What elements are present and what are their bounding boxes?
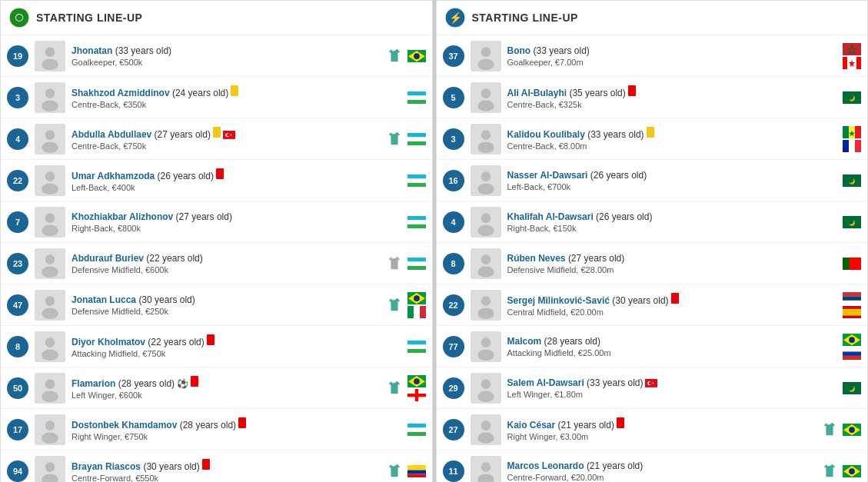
flag-sa: 🌙 — [843, 175, 861, 187]
flag-br — [407, 50, 426, 62]
player-name[interactable]: Flamarion (28 years old)⚽ — [72, 376, 381, 389]
player-name-link[interactable]: Bono — [507, 45, 531, 56]
player-position: Right Winger, €3.00m — [507, 432, 817, 441]
player-avatar — [35, 456, 65, 483]
shirt-gray-icon — [386, 255, 403, 272]
svg-rect-67 — [407, 474, 426, 477]
player-row: 94 Brayan Riascos (30 years old)Centre-F… — [1, 450, 432, 482]
flag-es — [843, 306, 861, 318]
player-name[interactable]: Salem Al-Dawsari (33 years old) — [507, 377, 834, 388]
svg-point-71 — [477, 58, 494, 69]
player-name-link[interactable]: Abdurauf Buriev — [72, 253, 144, 264]
player-name[interactable]: Abdurauf Buriev (22 years old) — [72, 253, 381, 264]
flag-ru — [843, 347, 861, 360]
player-name[interactable]: Khalifah Al-Dawsari (26 years old) — [507, 211, 834, 222]
player-name-link[interactable]: Kaio César — [507, 420, 556, 430]
player-name-link[interactable]: Brayan Riascos — [72, 461, 141, 472]
flag-uz — [407, 424, 426, 436]
svg-point-135 — [849, 468, 855, 474]
svg-point-91 — [481, 171, 491, 181]
shirt-icon — [386, 131, 403, 148]
player-row: 47 Jonatan Lucca (30 years old)Defensive… — [1, 284, 432, 326]
player-position: Left-Back, €700k — [507, 182, 834, 191]
player-info: Umar Adkhamzoda (26 years old)Left-Back,… — [72, 168, 398, 192]
player-name-link[interactable]: Salem Al-Dawsari — [507, 377, 584, 388]
player-name[interactable]: Ali Al-Bulayhi (35 years old) — [507, 85, 834, 98]
player-info: Flamarion (28 years old)⚽Left Winger, €6… — [72, 376, 381, 400]
svg-point-58 — [45, 421, 55, 430]
player-name[interactable]: Rúben Neves (27 years old) — [507, 253, 834, 264]
player-name-link[interactable]: Jonatan Lucca — [72, 294, 136, 305]
player-name-link[interactable]: Marcos Leonardo — [507, 460, 584, 471]
player-position: Defensive Midfield, €28.00m — [507, 265, 834, 274]
player-name[interactable]: Brayan Riascos (30 years old) — [72, 459, 381, 472]
player-name-link[interactable]: Rúben Neves — [507, 253, 566, 264]
player-name-link[interactable]: Kalidou Koulibaly — [507, 129, 585, 140]
shirt-icon — [386, 297, 403, 314]
player-name[interactable]: Kaio César (21 years old) — [507, 417, 817, 430]
flag-ge — [407, 389, 426, 401]
flag-co — [407, 465, 426, 477]
player-name[interactable]: Umar Adkhamzoda (26 years old) — [72, 168, 398, 181]
svg-rect-62 — [407, 431, 426, 435]
player-name-link[interactable]: Nasser Al-Dawsari — [507, 170, 588, 181]
player-avatar — [471, 373, 501, 404]
svg-rect-116 — [843, 351, 861, 355]
player-name[interactable]: Jhonatan (33 years old) — [72, 45, 381, 56]
svg-rect-42 — [407, 306, 414, 318]
player-position: Defensive Midfield, €600k — [72, 265, 381, 274]
svg-point-59 — [42, 432, 58, 443]
player-number: 94 — [7, 460, 28, 482]
player-name[interactable]: Jonatan Lucca (30 years old) — [72, 294, 381, 305]
player-avatar — [35, 82, 65, 113]
yellow-card — [647, 127, 654, 138]
player-name[interactable]: Sergej Milinković-Savić (30 years old) — [507, 293, 834, 306]
player-name-link[interactable]: Abdulla Abdullaev — [72, 129, 151, 140]
red-card — [238, 417, 246, 428]
player-flags — [407, 50, 426, 62]
player-name-link[interactable]: Umar Adkhamzoda — [72, 171, 155, 181]
player-name[interactable]: Kalidou Koulibaly (33 years old) — [507, 127, 834, 140]
player-name-link[interactable]: Flamarion — [72, 378, 115, 389]
player-name-link[interactable]: Shakhzod Azmiddinov — [72, 88, 170, 98]
player-name[interactable]: Khozhiakbar Alizhonov (27 years old) — [72, 211, 398, 222]
player-name-link[interactable]: Diyor Kholmatov — [72, 337, 145, 347]
player-name[interactable]: Diyor Kholmatov (22 years old) — [72, 334, 398, 347]
svg-point-104 — [477, 307, 494, 318]
player-name[interactable]: Bono (33 years old) — [507, 45, 834, 56]
player-name-link[interactable]: Sergej Milinković-Savić — [507, 295, 610, 306]
svg-point-38 — [42, 307, 58, 318]
player-name-link[interactable]: Malcom — [507, 336, 542, 347]
player-number: 11 — [443, 460, 464, 482]
player-avatar — [35, 373, 65, 404]
player-number: 3 — [7, 87, 28, 108]
player-number: 29 — [443, 377, 464, 399]
player-position: Goalkeeper, €7.00m — [507, 58, 834, 67]
extra-flag — [223, 131, 235, 139]
player-flags — [407, 133, 426, 145]
svg-rect-86 — [855, 126, 861, 138]
player-row: 4 Abdulla Abdullaev (27 years old)Centre… — [1, 118, 432, 160]
player-name-link[interactable]: Dostonbek Khamdamov — [72, 420, 177, 430]
svg-point-51 — [42, 391, 58, 401]
player-row: 29 Salem Al-Dawsari (33 years old)Left W… — [437, 367, 868, 409]
svg-point-132 — [477, 474, 494, 482]
svg-point-83 — [477, 141, 494, 152]
flag-uz — [407, 258, 426, 270]
player-name[interactable]: Malcom (28 years old) — [507, 336, 834, 347]
player-name-link[interactable]: Khalifah Al-Dawsari — [507, 211, 594, 222]
player-avatar — [471, 414, 501, 445]
player-info: Khalifah Al-Dawsari (26 years old)Right-… — [507, 211, 834, 233]
flag-ma — [843, 43, 861, 55]
player-name[interactable]: Nasser Al-Dawsari (26 years old) — [507, 170, 834, 181]
player-name-link[interactable]: Khozhiakbar Alizhonov — [72, 211, 173, 222]
player-name[interactable]: Abdulla Abdullaev (27 years old) — [72, 127, 381, 140]
player-info: Kaio César (21 years old)Right Winger, €… — [507, 417, 817, 441]
player-name[interactable]: Shakhzod Azmiddinov (24 years old) — [72, 85, 398, 98]
flag-br — [407, 292, 426, 304]
player-name-link[interactable]: Jhonatan — [72, 45, 112, 56]
player-name[interactable]: Dostonbek Khamdamov (28 years old) — [72, 417, 398, 430]
svg-point-114 — [849, 337, 855, 343]
player-name-link[interactable]: Ali Al-Bulayhi — [507, 88, 567, 98]
player-name[interactable]: Marcos Leonardo (21 years old) — [507, 460, 817, 471]
